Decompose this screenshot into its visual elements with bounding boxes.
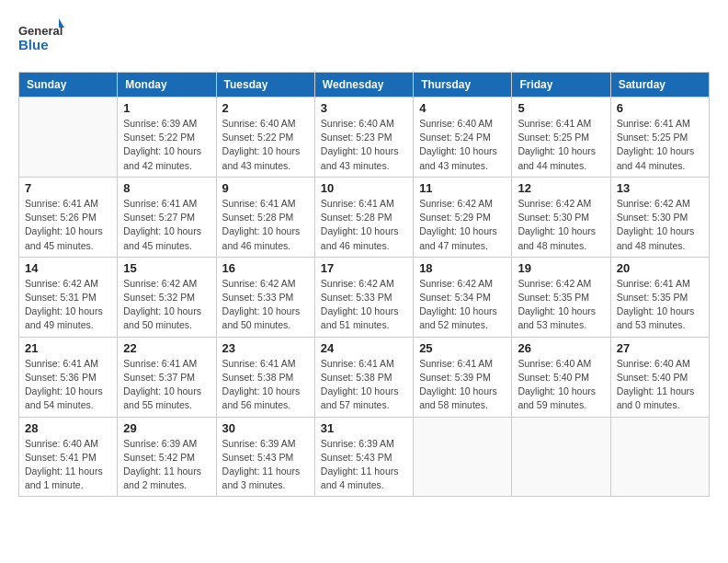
calendar-cell: 9Sunrise: 6:41 AMSunset: 5:28 PMDaylight… xyxy=(216,177,314,257)
calendar-cell: 20Sunrise: 6:41 AMSunset: 5:35 PMDayligh… xyxy=(610,257,709,337)
calendar-cell: 3Sunrise: 6:40 AMSunset: 5:23 PMDaylight… xyxy=(314,98,413,178)
calendar-cell: 23Sunrise: 6:41 AMSunset: 5:38 PMDayligh… xyxy=(216,337,314,417)
day-number: 25 xyxy=(419,341,506,355)
day-info: Sunrise: 6:41 AMSunset: 5:27 PMDaylight:… xyxy=(123,197,210,253)
calendar-cell: 17Sunrise: 6:42 AMSunset: 5:33 PMDayligh… xyxy=(314,257,413,337)
day-number: 29 xyxy=(123,421,210,435)
calendar-cell: 10Sunrise: 6:41 AMSunset: 5:28 PMDayligh… xyxy=(314,177,413,257)
calendar-cell xyxy=(512,417,610,497)
page-header: General Blue xyxy=(18,18,710,57)
day-info: Sunrise: 6:42 AMSunset: 5:35 PMDaylight:… xyxy=(518,277,604,333)
day-info: Sunrise: 6:40 AMSunset: 5:22 PMDaylight:… xyxy=(222,117,309,173)
column-header-sunday: Sunday xyxy=(19,73,118,98)
day-info: Sunrise: 6:41 AMSunset: 5:39 PMDaylight:… xyxy=(419,357,506,413)
day-info: Sunrise: 6:40 AMSunset: 5:23 PMDaylight:… xyxy=(321,117,407,173)
calendar-cell: 14Sunrise: 6:42 AMSunset: 5:31 PMDayligh… xyxy=(19,257,118,337)
day-info: Sunrise: 6:42 AMSunset: 5:33 PMDaylight:… xyxy=(222,277,309,333)
calendar-cell: 28Sunrise: 6:40 AMSunset: 5:41 PMDayligh… xyxy=(19,417,118,497)
calendar-cell: 6Sunrise: 6:41 AMSunset: 5:25 PMDaylight… xyxy=(610,98,709,178)
svg-text:General: General xyxy=(18,24,63,38)
day-info: Sunrise: 6:40 AMSunset: 5:40 PMDaylight:… xyxy=(617,357,703,413)
day-info: Sunrise: 6:42 AMSunset: 5:32 PMDaylight:… xyxy=(123,277,210,333)
calendar-cell: 4Sunrise: 6:40 AMSunset: 5:24 PMDaylight… xyxy=(414,98,512,178)
calendar-cell xyxy=(19,98,118,178)
day-number: 3 xyxy=(321,101,407,115)
logo-svg: General Blue xyxy=(18,18,64,57)
day-info: Sunrise: 6:42 AMSunset: 5:30 PMDaylight:… xyxy=(518,197,604,253)
calendar-cell xyxy=(610,417,709,497)
calendar-header-row: SundayMondayTuesdayWednesdayThursdayFrid… xyxy=(19,73,710,98)
calendar-cell: 22Sunrise: 6:41 AMSunset: 5:37 PMDayligh… xyxy=(118,337,216,417)
day-number: 9 xyxy=(222,181,309,195)
day-info: Sunrise: 6:41 AMSunset: 5:35 PMDaylight:… xyxy=(617,277,703,333)
calendar-cell: 5Sunrise: 6:41 AMSunset: 5:25 PMDaylight… xyxy=(512,98,610,178)
day-number: 20 xyxy=(617,261,703,275)
day-number: 16 xyxy=(222,261,309,275)
day-number: 7 xyxy=(25,181,111,195)
day-number: 28 xyxy=(25,421,111,435)
svg-text:Blue: Blue xyxy=(18,37,49,52)
calendar-cell: 30Sunrise: 6:39 AMSunset: 5:43 PMDayligh… xyxy=(216,417,314,497)
day-number: 11 xyxy=(419,181,506,195)
day-number: 19 xyxy=(518,261,604,275)
day-number: 26 xyxy=(518,341,604,355)
calendar-cell: 8Sunrise: 6:41 AMSunset: 5:27 PMDaylight… xyxy=(118,177,216,257)
day-info: Sunrise: 6:41 AMSunset: 5:36 PMDaylight:… xyxy=(25,357,111,413)
day-number: 1 xyxy=(123,101,210,115)
calendar-week-row: 1Sunrise: 6:39 AMSunset: 5:22 PMDaylight… xyxy=(19,98,710,178)
day-number: 14 xyxy=(25,261,111,275)
calendar-cell: 24Sunrise: 6:41 AMSunset: 5:38 PMDayligh… xyxy=(314,337,413,417)
calendar-cell: 13Sunrise: 6:42 AMSunset: 5:30 PMDayligh… xyxy=(610,177,709,257)
column-header-saturday: Saturday xyxy=(610,73,709,98)
calendar-cell: 31Sunrise: 6:39 AMSunset: 5:43 PMDayligh… xyxy=(314,417,413,497)
day-info: Sunrise: 6:42 AMSunset: 5:29 PMDaylight:… xyxy=(419,197,506,253)
day-info: Sunrise: 6:40 AMSunset: 5:40 PMDaylight:… xyxy=(518,357,604,413)
day-number: 18 xyxy=(419,261,506,275)
day-number: 10 xyxy=(321,181,407,195)
calendar-cell xyxy=(414,417,512,497)
day-number: 21 xyxy=(25,341,111,355)
calendar-cell: 25Sunrise: 6:41 AMSunset: 5:39 PMDayligh… xyxy=(414,337,512,417)
day-number: 23 xyxy=(222,341,309,355)
day-info: Sunrise: 6:42 AMSunset: 5:31 PMDaylight:… xyxy=(25,277,111,333)
calendar-cell: 19Sunrise: 6:42 AMSunset: 5:35 PMDayligh… xyxy=(512,257,610,337)
svg-marker-2 xyxy=(59,18,64,28)
day-info: Sunrise: 6:39 AMSunset: 5:43 PMDaylight:… xyxy=(321,437,407,493)
column-header-thursday: Thursday xyxy=(414,73,512,98)
day-number: 5 xyxy=(518,101,604,115)
day-number: 2 xyxy=(222,101,309,115)
day-number: 12 xyxy=(518,181,604,195)
day-info: Sunrise: 6:42 AMSunset: 5:30 PMDaylight:… xyxy=(617,197,703,253)
day-number: 31 xyxy=(321,421,407,435)
day-number: 27 xyxy=(617,341,703,355)
logo: General Blue xyxy=(18,18,64,57)
day-info: Sunrise: 6:41 AMSunset: 5:28 PMDaylight:… xyxy=(321,197,407,253)
day-info: Sunrise: 6:39 AMSunset: 5:22 PMDaylight:… xyxy=(123,117,210,173)
calendar-cell: 21Sunrise: 6:41 AMSunset: 5:36 PMDayligh… xyxy=(19,337,118,417)
day-number: 24 xyxy=(321,341,407,355)
day-number: 17 xyxy=(321,261,407,275)
calendar-cell: 7Sunrise: 6:41 AMSunset: 5:26 PMDaylight… xyxy=(19,177,118,257)
day-info: Sunrise: 6:39 AMSunset: 5:43 PMDaylight:… xyxy=(222,437,309,493)
day-info: Sunrise: 6:39 AMSunset: 5:42 PMDaylight:… xyxy=(123,437,210,493)
day-number: 30 xyxy=(222,421,309,435)
day-info: Sunrise: 6:42 AMSunset: 5:33 PMDaylight:… xyxy=(321,277,407,333)
day-number: 4 xyxy=(419,101,506,115)
day-info: Sunrise: 6:41 AMSunset: 5:25 PMDaylight:… xyxy=(518,117,604,173)
calendar-cell: 16Sunrise: 6:42 AMSunset: 5:33 PMDayligh… xyxy=(216,257,314,337)
calendar-week-row: 7Sunrise: 6:41 AMSunset: 5:26 PMDaylight… xyxy=(19,177,710,257)
calendar-cell: 15Sunrise: 6:42 AMSunset: 5:32 PMDayligh… xyxy=(118,257,216,337)
calendar-cell: 29Sunrise: 6:39 AMSunset: 5:42 PMDayligh… xyxy=(118,417,216,497)
day-info: Sunrise: 6:40 AMSunset: 5:41 PMDaylight:… xyxy=(25,437,111,493)
day-number: 15 xyxy=(123,261,210,275)
column-header-tuesday: Tuesday xyxy=(216,73,314,98)
column-header-monday: Monday xyxy=(118,73,216,98)
day-info: Sunrise: 6:40 AMSunset: 5:24 PMDaylight:… xyxy=(419,117,506,173)
calendar-week-row: 14Sunrise: 6:42 AMSunset: 5:31 PMDayligh… xyxy=(19,257,710,337)
calendar-cell: 1Sunrise: 6:39 AMSunset: 5:22 PMDaylight… xyxy=(118,98,216,178)
column-header-wednesday: Wednesday xyxy=(314,73,413,98)
day-number: 22 xyxy=(123,341,210,355)
day-info: Sunrise: 6:41 AMSunset: 5:37 PMDaylight:… xyxy=(123,357,210,413)
calendar-cell: 11Sunrise: 6:42 AMSunset: 5:29 PMDayligh… xyxy=(414,177,512,257)
calendar-cell: 27Sunrise: 6:40 AMSunset: 5:40 PMDayligh… xyxy=(610,337,709,417)
